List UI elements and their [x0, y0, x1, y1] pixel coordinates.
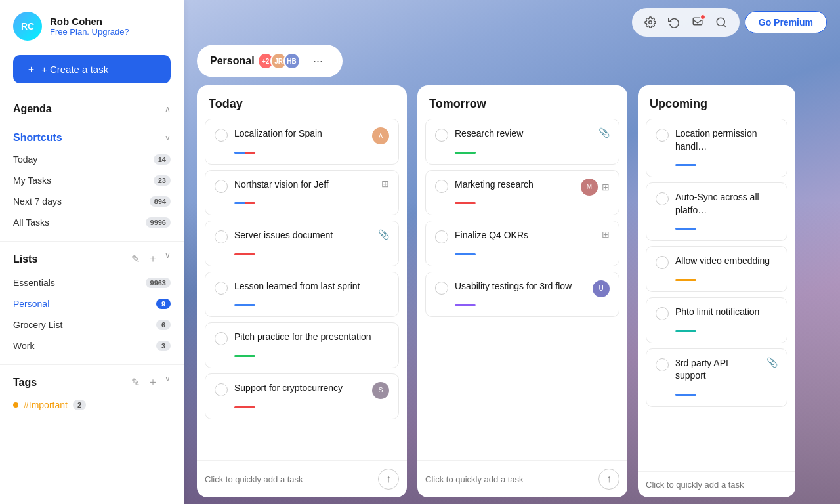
notification-button[interactable] — [687, 12, 708, 33]
task-title: Finalize Q4 OKRs — [455, 229, 595, 242]
task-meta: ⊞ — [381, 178, 389, 189]
task-tag — [234, 152, 255, 154]
column-today-title: Today — [209, 97, 243, 110]
task-checkbox[interactable] — [435, 180, 448, 193]
task-checkbox[interactable] — [435, 230, 448, 243]
today-label: Today — [13, 154, 37, 165]
task-cryptocurrency[interactable]: Support for cryptocurrency S — [205, 373, 399, 419]
upcoming-tasks-list: Location permission handl… Auto-Sync acr… — [638, 119, 795, 471]
column-today: Today Localization for Spain A — [197, 85, 407, 497]
task-checkbox[interactable] — [215, 230, 228, 243]
task-auto-sync[interactable]: Auto-Sync across all platfo… — [646, 182, 788, 241]
task-location-permission[interactable]: Location permission handl… — [646, 119, 788, 177]
task-title: Northstar vision for Jeff — [234, 178, 375, 192]
task-marketing-research[interactable]: Marketing research M ⊞ — [425, 170, 620, 216]
tags-edit-button[interactable]: ✎ — [130, 374, 141, 390]
work-badge: 3 — [156, 341, 171, 351]
tomorrow-quick-add-input[interactable] — [425, 474, 593, 484]
shortcuts-title: Shortcuts — [13, 132, 62, 144]
task-meta: 📎 — [766, 357, 778, 368]
shortcuts-header[interactable]: Shortcuts — [13, 125, 171, 149]
personal-label: Personal — [13, 299, 49, 309]
task-title: Pitch practice for the presentation — [234, 331, 389, 344]
today-tasks-list: Localization for Spain A Northstar visio… — [197, 119, 407, 460]
essentials-label: Essentials — [13, 278, 55, 288]
tomorrow-add-button[interactable]: ↑ — [598, 469, 620, 490]
sidebar-item-today[interactable]: Today 14 — [13, 149, 171, 170]
task-checkbox[interactable] — [656, 192, 669, 205]
refresh-button[interactable] — [663, 12, 684, 33]
top-bar: Go Premium — [184, 0, 840, 45]
task-checkbox[interactable] — [435, 129, 448, 142]
task-tag — [455, 304, 476, 306]
task-allow-video-embedding[interactable]: Allow video embedding — [646, 246, 788, 292]
task-northstar-vision[interactable]: Northstar vision for Jeff ⊞ — [205, 170, 399, 216]
task-meta: A — [372, 127, 389, 144]
sidebar-item-my-tasks[interactable]: My Tasks 23 — [13, 170, 171, 191]
task-tag — [234, 202, 255, 204]
task-meta: S — [372, 382, 389, 399]
tag-important[interactable]: #Important 2 — [13, 396, 171, 414]
task-finalize-okrs[interactable]: Finalize Q4 OKRs ⊞ — [425, 220, 620, 266]
upgrade-link[interactable]: Upgrade? — [92, 27, 129, 37]
settings-button[interactable] — [640, 12, 661, 33]
create-task-button[interactable]: ＋ + Create a task — [13, 55, 171, 83]
task-checkbox[interactable] — [215, 180, 228, 193]
sidebar-item-all-tasks[interactable]: All Tasks 9996 — [13, 212, 171, 233]
upcoming-quick-add-input[interactable] — [646, 480, 788, 490]
task-checkbox[interactable] — [215, 383, 228, 396]
tag-color-dot — [13, 402, 18, 408]
lists-chevron-icon — [165, 251, 171, 267]
top-bar-icons — [632, 8, 740, 37]
today-quick-add-input[interactable] — [205, 474, 373, 484]
sidebar-item-grocery[interactable]: Grocery List 6 — [13, 314, 171, 335]
shortcuts-chevron-icon — [165, 133, 171, 142]
task-checkbox[interactable] — [215, 332, 228, 345]
sidebar-item-personal[interactable]: Personal 9 — [13, 293, 171, 314]
task-checkbox[interactable] — [215, 282, 228, 295]
next7days-label: Next 7 days — [13, 196, 62, 207]
board-title: Personal — [210, 55, 255, 67]
column-tomorrow-title: Tomorrow — [429, 97, 486, 110]
task-checkbox[interactable] — [215, 129, 228, 142]
go-premium-button[interactable]: Go Premium — [745, 11, 827, 33]
task-usability-testing[interactable]: Usability testings for 3rd flow U — [425, 272, 620, 318]
task-content: Lesson learned from last sprint — [234, 280, 389, 309]
user-avatar: RC — [13, 12, 42, 41]
search-button[interactable] — [711, 12, 732, 33]
task-checkbox[interactable] — [435, 282, 448, 295]
today-add-button[interactable]: ↑ — [378, 469, 399, 490]
lists-header[interactable]: Lists ✎ ＋ — [13, 244, 171, 272]
agenda-title: Agenda — [13, 103, 52, 115]
task-server-issues[interactable]: Server issues document 📎 — [205, 220, 399, 266]
task-tag — [234, 406, 255, 408]
lists-section: Lists ✎ ＋ Essentials 9963 Personal 9 — [0, 244, 184, 356]
tags-add-button[interactable]: ＋ — [146, 374, 159, 390]
board-more-button[interactable]: ··· — [307, 50, 329, 72]
task-photo-limit[interactable]: Phto limit notification — [646, 297, 788, 343]
task-api-support[interactable]: 3rd party API support 📎 — [646, 348, 788, 407]
column-upcoming-header: Upcoming — [638, 85, 795, 119]
agenda-header[interactable]: Agenda — [13, 96, 171, 120]
task-localization-spain[interactable]: Localization for Spain A — [205, 119, 399, 165]
task-pitch-practice[interactable]: Pitch practice for the presentation — [205, 322, 399, 368]
sidebar-item-work[interactable]: Work 3 — [13, 335, 171, 356]
tomorrow-footer: ↑ — [417, 460, 627, 497]
tags-header[interactable]: Tags ✎ ＋ — [13, 368, 171, 396]
task-content: Finalize Q4 OKRs — [455, 229, 595, 258]
attachment-icon: 📎 — [598, 127, 610, 138]
sidebar-item-essentials[interactable]: Essentials 9963 — [13, 272, 171, 293]
task-checkbox[interactable] — [656, 129, 669, 142]
task-checkbox[interactable] — [656, 358, 669, 371]
task-checkbox[interactable] — [656, 307, 669, 320]
sidebar-item-next7days[interactable]: Next 7 days 894 — [13, 191, 171, 212]
task-checkbox[interactable] — [656, 256, 669, 269]
task-tag — [234, 355, 255, 357]
task-lesson-learned[interactable]: Lesson learned from last sprint — [205, 272, 399, 318]
task-research-review[interactable]: Research review 📎 — [425, 119, 620, 165]
lists-add-button[interactable]: ＋ — [146, 251, 159, 267]
gear-icon — [644, 16, 656, 28]
lists-edit-button[interactable]: ✎ — [130, 251, 141, 267]
task-avatar: S — [372, 382, 389, 399]
task-tag — [455, 202, 476, 204]
